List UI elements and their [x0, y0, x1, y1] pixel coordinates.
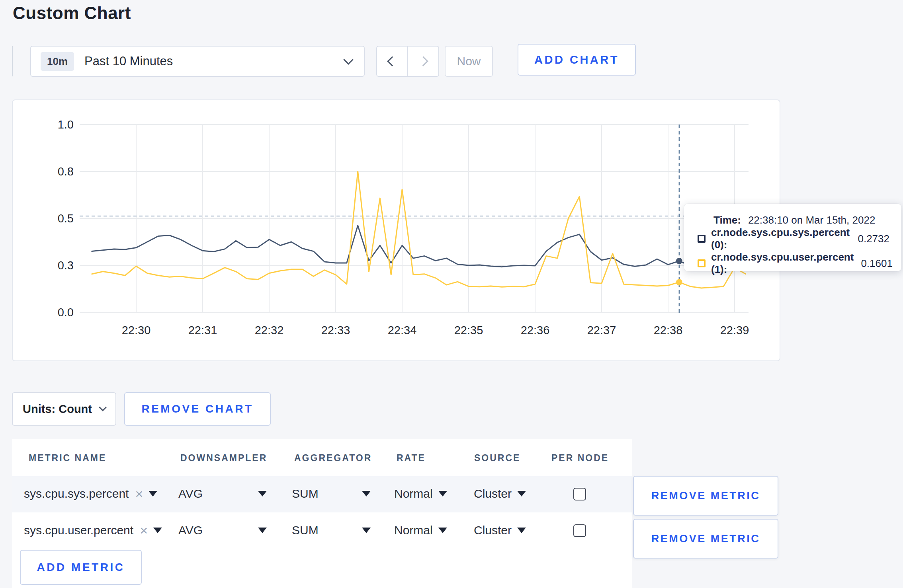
add-chart-button[interactable]: ADD CHART [518, 44, 636, 76]
user-percent-swatch-icon [698, 259, 706, 267]
source-value: Cluster [474, 487, 512, 500]
x-tick-label: 22:33 [321, 324, 350, 337]
caret-down-icon [438, 528, 447, 533]
source-select[interactable]: Cluster [474, 524, 526, 537]
series-line-cr.node.sys.cpu.user.percent [92, 171, 746, 288]
downsampler-value: AVG [178, 487, 203, 500]
tooltip-series-value: 0.2732 [858, 233, 889, 245]
tooltip-series-name: cr.node.sys.cpu.user.percent (1): [711, 251, 854, 276]
chart-card: 1.00.80.50.30.022:3022:3122:3222:3322:34… [12, 99, 780, 361]
tooltip-time-label: Time: [713, 214, 741, 226]
hover-point-cr.node.sys.cpu.sys.percent [676, 258, 682, 264]
rate-value: Normal [394, 524, 433, 537]
caret-down-icon [258, 491, 267, 496]
col-header-downsampler: DOWNSAMPLER [180, 453, 267, 463]
caret-down-icon [517, 528, 526, 533]
units-select[interactable]: Units: Count [12, 392, 116, 426]
x-tick-label: 22:32 [255, 324, 284, 337]
time-window-label: Past 10 Minutes [84, 54, 173, 68]
now-button[interactable]: Now [445, 46, 493, 77]
clear-metric-icon[interactable]: × [140, 524, 148, 537]
y-tick-label: 0.8 [58, 165, 74, 178]
x-tick-label: 22:30 [122, 324, 151, 337]
x-tick-label: 22:31 [188, 324, 217, 337]
metric-name-select[interactable]: sys.cpu.sys.percent × [24, 487, 157, 500]
tooltip-series-value: 0.1601 [861, 257, 893, 270]
units-label: Units: Count [23, 403, 92, 416]
caret-down-icon [149, 491, 157, 496]
chevron-left-icon [387, 56, 397, 66]
chevron-down-icon [343, 55, 353, 64]
remove-metric-button[interactable]: REMOVE METRIC [633, 476, 778, 516]
downsampler-select[interactable]: AVG [178, 524, 267, 537]
aggregator-select[interactable]: SUM [292, 524, 371, 537]
col-header-per-node: PER NODE [551, 453, 609, 463]
sys-percent-swatch-icon [698, 235, 706, 243]
x-tick-label: 22:39 [720, 324, 749, 337]
x-tick-label: 22:35 [454, 324, 483, 337]
time-forward-button[interactable] [408, 47, 438, 76]
downsampler-value: AVG [178, 524, 203, 537]
series-line-cr.node.sys.cpu.sys.percent [92, 226, 746, 267]
tooltip-series-name: cr.node.sys.cpu.sys.percent (0): [711, 226, 850, 251]
hover-point-cr.node.sys.cpu.user.percent [676, 279, 682, 285]
time-nav-group [376, 46, 439, 77]
time-window-select[interactable]: 10m Past 10 Minutes [30, 46, 365, 77]
aggregator-value: SUM [292, 487, 319, 500]
toolbar-divider [12, 46, 13, 76]
caret-down-icon [153, 528, 162, 533]
source-select[interactable]: Cluster [474, 487, 526, 500]
caret-down-icon [438, 491, 447, 496]
y-tick-label: 1.0 [58, 118, 74, 131]
source-value: Cluster [474, 524, 512, 537]
timeseries-chart[interactable]: 1.00.80.50.30.022:3022:3122:3222:3322:34… [12, 99, 780, 361]
rate-value: Normal [394, 487, 433, 500]
tooltip-series-row: cr.node.sys.cpu.sys.percent (0): 0.2732 [698, 226, 889, 251]
x-tick-label: 22:36 [521, 324, 550, 337]
aggregator-value: SUM [292, 524, 319, 537]
caret-down-icon [258, 528, 267, 533]
metric-name-select[interactable]: sys.cpu.user.percent × [24, 524, 162, 537]
rate-select[interactable]: Normal [394, 487, 447, 500]
page-title: Custom Chart [13, 3, 131, 23]
col-header-metric-name: METRIC NAME [29, 453, 106, 463]
y-tick-label: 0.3 [58, 259, 74, 272]
rate-select[interactable]: Normal [394, 524, 447, 537]
caret-down-icon [362, 528, 371, 533]
x-tick-label: 22:37 [587, 324, 616, 337]
chevron-right-icon [418, 56, 428, 66]
time-window-badge: 10m [41, 52, 74, 71]
caret-down-icon [517, 491, 526, 496]
remove-chart-button[interactable]: REMOVE CHART [124, 392, 271, 426]
chevron-down-icon [99, 403, 107, 411]
caret-down-icon [362, 491, 371, 496]
col-header-aggregator: AGGREGATOR [294, 453, 372, 463]
col-header-rate: RATE [397, 453, 426, 463]
tooltip-time-value: 22:38:10 on Mar 15th, 2022 [748, 214, 875, 226]
metric-name-value: sys.cpu.user.percent [24, 524, 133, 537]
y-tick-label: 0.5 [58, 212, 74, 225]
x-tick-label: 22:34 [388, 324, 417, 337]
x-tick-label: 22:38 [654, 324, 683, 337]
y-tick-label: 0.0 [58, 306, 74, 319]
add-metric-button[interactable]: ADD METRIC [20, 550, 142, 585]
aggregator-select[interactable]: SUM [292, 487, 371, 500]
clear-metric-icon[interactable]: × [135, 487, 143, 500]
per-node-checkbox[interactable] [573, 488, 586, 500]
per-node-checkbox[interactable] [573, 524, 586, 537]
time-back-button[interactable] [377, 47, 408, 76]
downsampler-select[interactable]: AVG [178, 487, 267, 500]
tooltip-time-row: Time: 22:38:10 on Mar 15th, 2022 [698, 214, 889, 226]
col-header-source: SOURCE [474, 453, 520, 463]
chart-tooltip: Time: 22:38:10 on Mar 15th, 2022 cr.node… [684, 204, 901, 271]
remove-metric-button[interactable]: REMOVE METRIC [633, 519, 778, 559]
tooltip-series-row: cr.node.sys.cpu.user.percent (1): 0.1601 [698, 251, 889, 276]
metric-name-value: sys.cpu.sys.percent [24, 487, 129, 500]
